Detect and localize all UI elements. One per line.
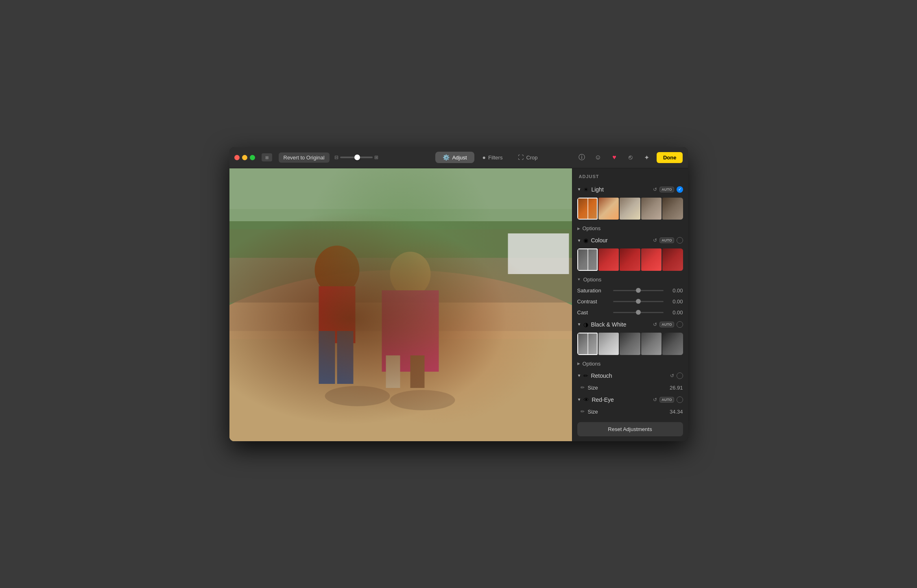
redeye-reset-icon[interactable]: ↺ [653,397,657,403]
section-redeye-header[interactable]: ▼ 👁 Red-Eye ↺ AUTO [572,393,688,406]
redeye-circle[interactable] [677,396,683,403]
colour-thumb-1[interactable] [577,248,598,271]
colour-thumb-3[interactable] [620,248,640,271]
tool-tabs: ⚙️ Adjust ● Filters ⛶ Crop [435,152,545,163]
revert-button[interactable]: Revert to Original [279,152,330,163]
redeye-size-label: Size [588,409,666,415]
app-window: ⊞ Revert to Original ⊟ ⊞ ⚙️ Adjust ● Fil… [229,147,688,441]
zoom-in-icon: ⊞ [374,155,378,160]
bw-options-label: Options [583,361,601,367]
colour-thumb-4[interactable] [641,248,662,271]
bw-icon: ◑ [583,321,588,328]
bw-options-chevron-icon: ▶ [577,362,580,366]
zoom-control: ⊟ ⊞ [334,155,378,160]
magic-wand-button[interactable]: ✦ [640,151,653,164]
bw-thumbnails [577,333,683,355]
minimize-button[interactable] [242,155,247,160]
redeye-actions: ↺ AUTO [653,396,683,403]
retouch-size-label: Size [588,385,666,391]
saturation-thumb [636,288,641,293]
redeye-size-value: 34.34 [670,409,683,415]
retouch-actions: ↺ [670,372,683,379]
main-content: ADJUST ▼ ☀ Light ↺ AUTO ✓ [229,168,688,441]
cast-row: Cast 0.00 [572,307,688,318]
info-button[interactable]: ⓘ [575,151,588,164]
section-colour-header[interactable]: ▼ ◉ Colour ↺ AUTO [572,234,688,247]
retouch-size-icon: ✏ [581,385,585,390]
cast-value: 0.00 [667,309,683,316]
crop-icon: ⛶ [518,154,524,161]
saturation-slider[interactable] [613,290,664,291]
tab-filters-label: Filters [488,155,502,161]
bw-circle[interactable] [677,321,683,328]
light-thumb-3[interactable] [620,198,640,220]
content-view-button[interactable]: ⊞ [262,153,272,161]
tab-adjust[interactable]: ⚙️ Adjust [435,152,474,163]
bw-thumb-2[interactable] [598,333,619,355]
light-check-circle[interactable]: ✓ [677,186,683,193]
right-panel: ADJUST ▼ ☀ Light ↺ AUTO ✓ [572,168,688,441]
section-bw-header[interactable]: ▼ ◑ Black & White ↺ AUTO [572,318,688,331]
contrast-slider[interactable] [613,301,664,302]
filters-icon: ● [483,154,486,161]
light-thumb-2[interactable] [598,198,619,220]
light-options-label: Options [583,225,601,231]
redeye-auto-badge[interactable]: AUTO [659,397,674,403]
cast-slider[interactable] [613,312,664,313]
redeye-size-row: ✏ Size 34.34 [572,406,688,417]
bw-thumb-5[interactable] [662,333,683,355]
saturation-value: 0.00 [667,287,683,294]
done-button[interactable]: Done [657,152,683,163]
colour-options-row[interactable]: ▼ Options [572,274,688,285]
colour-auto-badge[interactable]: AUTO [659,237,674,243]
saturation-label: Saturation [577,287,610,294]
maximize-button[interactable] [250,155,255,160]
colour-thumb-2[interactable] [598,248,619,271]
light-chevron-icon: ▼ [577,187,581,192]
zoom-out-icon: ⊟ [334,155,338,160]
light-auto-badge[interactable]: AUTO [659,187,674,192]
light-thumb-1[interactable] [577,198,598,220]
colour-circle[interactable] [677,237,683,244]
light-thumb-4[interactable] [641,198,662,220]
colour-thumbnails [577,248,683,271]
bw-auto-badge[interactable]: AUTO [659,322,674,327]
contrast-row: Contrast 0.00 [572,296,688,307]
contrast-thumb [636,299,641,304]
redeye-title: Red-Eye [592,396,651,403]
export-button[interactable]: ⎋ [624,151,637,164]
bw-options-row[interactable]: ▶ Options [572,358,688,369]
favorite-button[interactable]: ♥ [608,151,621,164]
retouch-circle[interactable] [677,372,683,379]
colour-chevron-icon: ▼ [577,238,581,243]
retouch-size-row: ✏ Size 26.91 [572,382,688,393]
retouch-reset-icon[interactable]: ↺ [670,373,674,379]
bw-thumb-4[interactable] [641,333,662,355]
redeye-icon: 👁 [583,396,589,403]
colour-thumb-5[interactable] [662,248,683,271]
close-button[interactable] [234,155,240,160]
colour-reset-icon[interactable]: ↺ [653,237,657,243]
bw-thumb-1[interactable] [577,333,598,355]
tab-filters[interactable]: ● Filters [475,152,510,163]
tab-crop[interactable]: ⛶ Crop [511,152,545,163]
cast-thumb [636,310,641,315]
reset-adjustments-button[interactable]: Reset Adjustments [577,422,683,436]
bw-thumb-3[interactable] [620,333,640,355]
traffic-lights [234,155,255,160]
bw-reset-icon[interactable]: ↺ [653,322,657,327]
zoom-slider[interactable] [340,157,373,158]
light-options-chevron-icon: ▶ [577,226,580,231]
light-options-row[interactable]: ▶ Options [572,223,688,234]
retouch-size-value: 26.91 [670,385,683,391]
light-reset-icon[interactable]: ↺ [653,187,657,192]
share-button[interactable]: ☺ [592,151,605,164]
window-controls: ⊞ [262,153,272,161]
section-retouch-header[interactable]: ▼ ✏ Retouch ↺ [572,369,688,382]
light-thumb-5[interactable] [662,198,683,220]
tab-crop-label: Crop [526,155,537,161]
section-light-header[interactable]: ▼ ☀ Light ↺ AUTO ✓ [572,183,688,196]
saturation-row: Saturation 0.00 [572,285,688,296]
photo-image [229,168,572,441]
retouch-title: Retouch [591,372,667,379]
